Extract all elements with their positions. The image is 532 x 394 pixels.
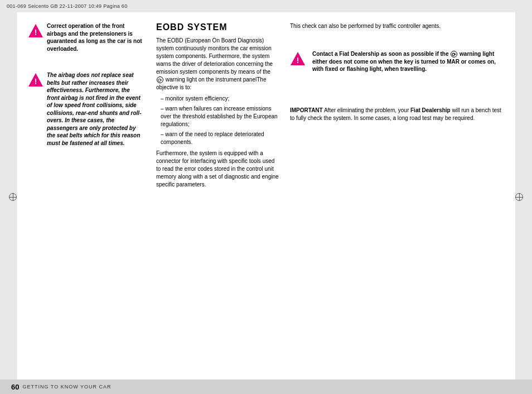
right-column: This check can also be performed by traf… (284, 22, 504, 369)
warning-text-1: Correct operation of the front airbags a… (47, 22, 143, 52)
svg-text:!: ! (35, 28, 37, 37)
important-text-after: After eliminating the problem, your (324, 107, 409, 113)
warning-text-2: The airbag does not replace seat belts b… (47, 71, 143, 147)
warning-box-1: ! Correct operation of the front airbags… (28, 22, 143, 52)
footer-page-number: 60 (11, 383, 19, 391)
body-para-1-cont: warning light on the instrument panelThe… (156, 76, 266, 90)
fiat-warning-part1: Contact a Fiat Dealership as soon as pos… (312, 51, 449, 57)
important-section: IMPORTANT After eliminating the problem,… (290, 107, 504, 122)
page-container: 001-069 Seicento GB 22-11-2007 10:49 Pag… (0, 0, 532, 394)
spacer-2 (290, 33, 504, 50)
spacer-1 (28, 61, 143, 71)
middle-column: EOBD SYSTEM The EOBD (European On Board … (151, 22, 284, 369)
bullet-list: – monitor system efficiency; – warn when… (156, 95, 279, 146)
crosshair-mid-right (515, 193, 523, 201)
crosshair-mid-left (9, 193, 17, 201)
fiat-warning-box: ! Contact a Fiat Dealership as soon as p… (290, 50, 504, 73)
warning-icon-2: ! (28, 72, 43, 88)
fiat-warning-text: Contact a Fiat Dealership as soon as pos… (312, 50, 504, 73)
body-para-1-text: The EOBD (European On Board Diagnosis) s… (156, 37, 273, 75)
page-content: ! Correct operation of the front airbags… (17, 12, 515, 379)
footer-bar: 60 GETTING TO KNOW YOUR CAR (0, 379, 532, 394)
important-label: IMPORTANT (290, 107, 323, 113)
header-text: 001-069 Seicento GB 22-11-2007 10:49 Pag… (7, 3, 127, 9)
important-bold: Fiat Dealership (410, 107, 451, 113)
warning-icon-1: ! (28, 23, 43, 39)
key-icon-1: ⟳ (157, 76, 163, 83)
svg-text:!: ! (35, 77, 37, 86)
section-title: EOBD SYSTEM (156, 22, 279, 32)
svg-text:!: ! (297, 56, 299, 65)
bullet-1: – monitor system efficiency; (161, 95, 279, 103)
bullet-3: – warn of the need to replace deteriorat… (161, 131, 279, 146)
body-para-2: Furthermore, the system is equipped with… (156, 150, 279, 189)
bullet-2: – warn when failures can increase emissi… (161, 105, 279, 128)
footer-label: GETTING TO KNOW YOUR CAR (22, 384, 111, 390)
fiat-warning-icon: ! (290, 51, 306, 66)
warning-box-2: ! The airbag does not replace seat belts… (28, 71, 143, 147)
left-column: ! Correct operation of the front airbags… (28, 22, 151, 369)
header-bar: 001-069 Seicento GB 22-11-2007 10:49 Pag… (0, 0, 532, 12)
key-icon-2: ⟳ (451, 51, 457, 57)
check-notice: This check can also be performed by traf… (290, 22, 504, 30)
body-para-1: The EOBD (European On Board Diagnosis) s… (156, 37, 279, 92)
